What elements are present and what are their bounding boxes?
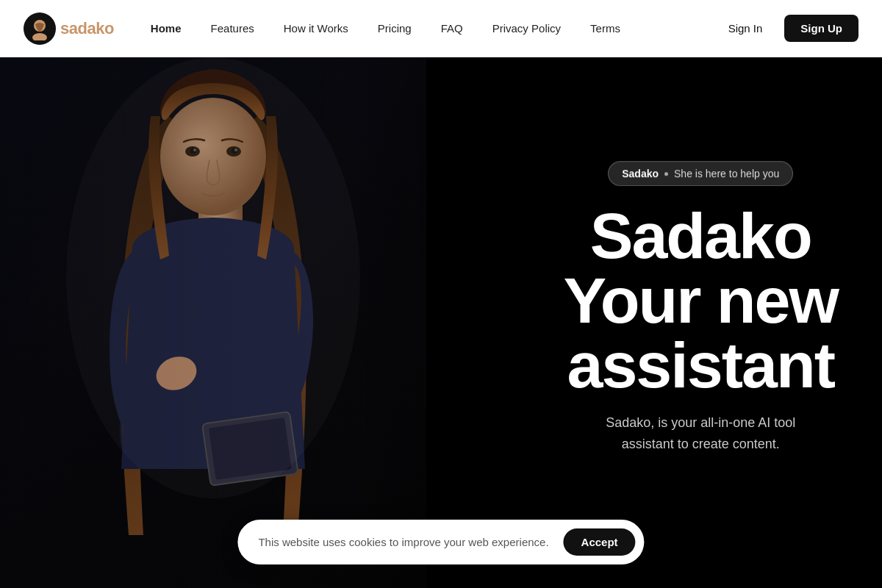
sign-up-button[interactable]: Sign Up xyxy=(784,15,858,42)
hero-subtitle-line1: Sadako, is your all-in-one AI tool xyxy=(606,415,795,430)
cookie-message: This website uses cookies to improve you… xyxy=(258,536,548,548)
hero-title-line3: assistant xyxy=(567,329,834,401)
hero-title: Sadako Your new assistant xyxy=(563,204,838,398)
badge-dot xyxy=(664,172,668,176)
nav-privacy-policy[interactable]: Privacy Policy xyxy=(479,16,574,40)
logo-suffix: o xyxy=(104,19,114,37)
nav-features[interactable]: Features xyxy=(198,16,268,40)
logo-text: sadako xyxy=(60,19,114,38)
cookie-accept-button[interactable]: Accept xyxy=(564,528,636,556)
navbar: sadako Home Features How it Works Pricin… xyxy=(0,0,882,57)
nav-actions: Sign In Sign Up xyxy=(712,15,858,42)
nav-terms[interactable]: Terms xyxy=(577,16,634,40)
hero-content: Sadako She is here to help you Sadako Yo… xyxy=(563,161,838,484)
hero-subtitle: Sadako, is your all-in-one AI tool assis… xyxy=(563,412,838,455)
cookie-banner: This website uses cookies to improve you… xyxy=(237,520,644,564)
hero-title-line2: Your new xyxy=(563,264,838,337)
hero-badge: Sadako She is here to help you xyxy=(608,161,793,186)
logo-icon xyxy=(24,12,56,45)
hero-image xyxy=(0,57,426,588)
svg-point-14 xyxy=(66,57,360,498)
badge-name: Sadako xyxy=(622,168,659,179)
nav-pricing[interactable]: Pricing xyxy=(365,16,425,40)
badge-tagline: She is here to help you xyxy=(674,168,779,179)
nav-how-it-works[interactable]: How it Works xyxy=(270,16,362,40)
hero-section: Sadako She is here to help you Sadako Yo… xyxy=(0,57,882,588)
hero-title-line1: Sadako xyxy=(590,199,811,272)
nav-links: Home Features How it Works Pricing FAQ P… xyxy=(137,16,712,40)
logo-prefix: sadak xyxy=(60,19,104,37)
svg-point-1 xyxy=(32,33,47,40)
nav-home[interactable]: Home xyxy=(137,16,195,40)
hero-subtitle-line2: assistant to create content. xyxy=(622,437,780,451)
nav-faq[interactable]: FAQ xyxy=(428,16,476,40)
logo[interactable]: sadako xyxy=(24,12,114,45)
sign-in-button[interactable]: Sign In xyxy=(712,15,779,42)
